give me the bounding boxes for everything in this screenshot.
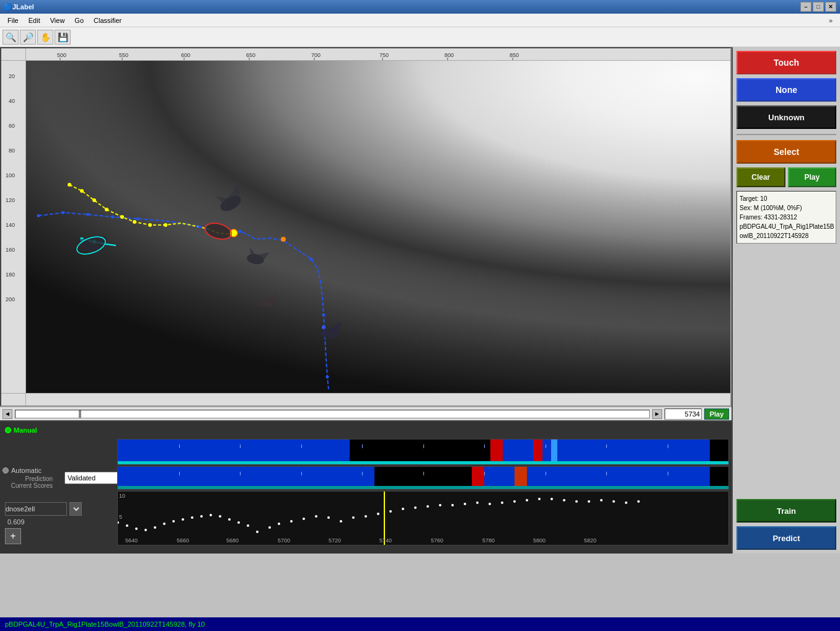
- svg-point-86: [352, 516, 355, 519]
- svg-point-90: [402, 508, 404, 510]
- play-right-button[interactable]: Play: [788, 167, 837, 187]
- menubar: File Edit View Go Classifier »: [0, 14, 840, 27]
- svg-text:180: 180: [6, 271, 15, 278]
- maximize-button[interactable]: □: [813, 2, 824, 12]
- behavior-input[interactable]: dnose2ell: [5, 502, 67, 516]
- svg-point-37: [62, 211, 65, 214]
- frame-input[interactable]: 5734: [665, 408, 702, 420]
- ruler-bottom: [26, 394, 730, 405]
- svg-point-33: [164, 223, 167, 227]
- info-plate: pBDPGAL4U_TrpA_Rig1Plate15B: [740, 222, 833, 231]
- scroll-left-button[interactable]: ◄: [2, 409, 12, 419]
- scrollbar-track[interactable]: [15, 410, 650, 418]
- svg-point-38: [87, 213, 90, 216]
- svg-point-92: [427, 505, 429, 508]
- svg-point-98: [501, 501, 503, 504]
- svg-point-41: [198, 226, 201, 229]
- unknown-button[interactable]: Unknown: [736, 105, 836, 129]
- svg-text:200: 200: [6, 296, 15, 302]
- svg-text:700: 700: [311, 52, 321, 58]
- svg-point-45: [326, 376, 329, 379]
- ruler-top: 500 550 600 650 700 750 800 850: [26, 48, 730, 60]
- info-sex: Sex: M (100%M, 0%F): [740, 203, 833, 213]
- main-content: 500 550 600 650 700 750 800 850: [0, 47, 840, 554]
- svg-point-26: [68, 183, 71, 187]
- svg-point-105: [588, 500, 590, 503]
- svg-point-101: [538, 498, 541, 500]
- menu-arrow: »: [829, 17, 838, 24]
- save-button[interactable]: 💾: [55, 30, 71, 45]
- menu-classifier[interactable]: Classifier: [89, 15, 126, 25]
- svg-point-93: [439, 504, 441, 506]
- predict-button[interactable]: Predict: [736, 526, 836, 550]
- manual-radio[interactable]: [5, 427, 11, 433]
- svg-point-31: [133, 220, 136, 224]
- menu-edit[interactable]: Edit: [24, 15, 45, 25]
- prediction-label: Prediction: [25, 475, 53, 482]
- svg-point-95: [464, 503, 466, 505]
- behavior-dropdown[interactable]: ▼: [69, 502, 82, 516]
- svg-point-78: [256, 531, 259, 533]
- svg-point-72: [200, 515, 203, 518]
- automatic-radio[interactable]: [2, 467, 9, 474]
- auto-track: [117, 466, 729, 490]
- zoom-reset-button[interactable]: 🔍: [2, 30, 19, 45]
- svg-point-96: [476, 501, 479, 504]
- track-segment-black1: [356, 439, 490, 464]
- zoom-in-button[interactable]: 🔎: [20, 30, 36, 45]
- info-box: Target: 10 Sex: M (100%M, 0%F) Frames: 4…: [736, 191, 836, 244]
- menu-file[interactable]: File: [2, 15, 24, 25]
- info-bowl: owlB_20110922T145928: [740, 231, 833, 240]
- svg-point-73: [210, 514, 212, 516]
- clear-button[interactable]: Clear: [736, 167, 785, 187]
- canvas-svg: [26, 61, 730, 393]
- svg-point-82: [303, 518, 305, 520]
- info-frames: Frames: 4331-28312: [740, 213, 833, 222]
- pan-button[interactable]: ✋: [37, 30, 53, 45]
- minimize-button[interactable]: –: [800, 2, 811, 12]
- svg-point-64: [126, 524, 128, 527]
- svg-text:650: 650: [246, 52, 255, 58]
- canvas-area: 500 550 600 650 700 750 800 850: [0, 47, 732, 407]
- fly-shape-4: [74, 229, 110, 256]
- svg-point-67: [154, 526, 156, 529]
- svg-point-89: [389, 510, 392, 513]
- close-button[interactable]: ✕: [825, 2, 836, 12]
- svg-point-40: [136, 218, 139, 221]
- svg-point-84: [327, 516, 330, 519]
- svg-text:500: 500: [57, 52, 66, 58]
- train-button[interactable]: Train: [736, 499, 836, 523]
- track-segment-lightblue: [551, 439, 557, 464]
- play-button-main[interactable]: Play: [704, 408, 729, 420]
- manual-label: Manual: [14, 426, 37, 434]
- menu-view[interactable]: View: [45, 15, 70, 25]
- scores-chart: 10 5: [117, 491, 729, 545]
- svg-point-39: [112, 216, 115, 219]
- svg-point-69: [172, 520, 175, 523]
- svg-point-43: [310, 258, 313, 261]
- svg-text:60: 60: [9, 123, 15, 129]
- svg-text:140: 140: [6, 222, 15, 228]
- automatic-label: Automatic: [11, 467, 42, 474]
- svg-point-91: [414, 506, 417, 509]
- add-behavior-button[interactable]: +: [5, 528, 21, 544]
- canvas-viewport[interactable]: [26, 61, 730, 393]
- svg-point-60: [322, 325, 325, 329]
- menu-go[interactable]: Go: [69, 15, 89, 25]
- track-segment-blue2: [497, 439, 710, 464]
- touch-button[interactable]: Touch: [736, 51, 836, 74]
- titlebar-title: JLabel: [12, 3, 34, 11]
- svg-point-71: [191, 516, 193, 519]
- svg-point-30: [120, 215, 124, 219]
- scroll-right-button[interactable]: ►: [652, 409, 662, 419]
- select-button[interactable]: Select: [736, 140, 836, 164]
- svg-text:160: 160: [6, 247, 15, 253]
- none-button[interactable]: None: [736, 78, 836, 102]
- svg-point-28: [92, 198, 96, 202]
- svg-point-106: [600, 499, 603, 501]
- svg-point-27: [80, 189, 84, 193]
- track-segment-red1: [490, 439, 503, 464]
- svg-point-100: [526, 499, 528, 501]
- svg-point-63: [118, 521, 119, 524]
- svg-point-80: [278, 523, 280, 525]
